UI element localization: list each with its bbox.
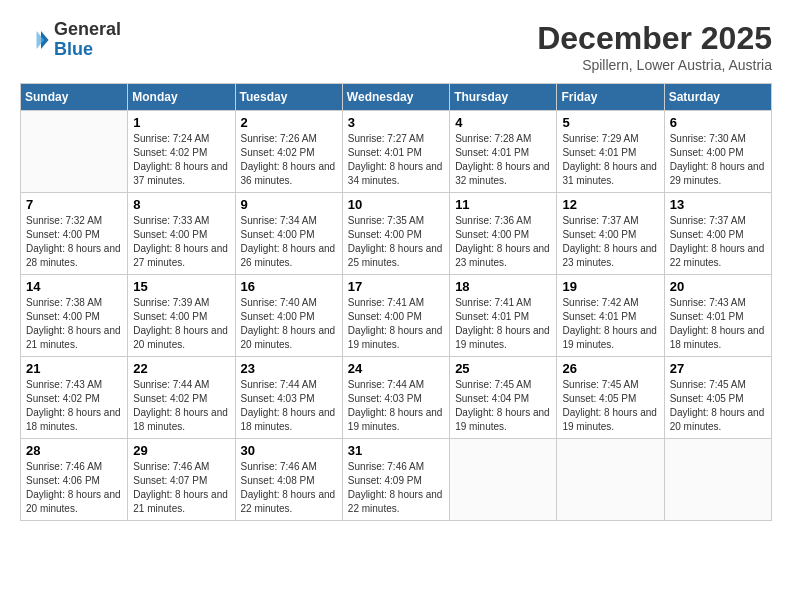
- calendar-week-row: 21Sunrise: 7:43 AMSunset: 4:02 PMDayligh…: [21, 357, 772, 439]
- title-block: December 2025 Spillern, Lower Austria, A…: [537, 20, 772, 73]
- day-info: Sunrise: 7:46 AMSunset: 4:09 PMDaylight:…: [348, 460, 444, 516]
- calendar-day-cell: 11Sunrise: 7:36 AMSunset: 4:00 PMDayligh…: [450, 193, 557, 275]
- calendar-week-row: 1Sunrise: 7:24 AMSunset: 4:02 PMDaylight…: [21, 111, 772, 193]
- day-number: 8: [133, 197, 229, 212]
- day-info: Sunrise: 7:45 AMSunset: 4:05 PMDaylight:…: [562, 378, 658, 434]
- day-info: Sunrise: 7:38 AMSunset: 4:00 PMDaylight:…: [26, 296, 122, 352]
- calendar-week-row: 14Sunrise: 7:38 AMSunset: 4:00 PMDayligh…: [21, 275, 772, 357]
- calendar-day-cell: 9Sunrise: 7:34 AMSunset: 4:00 PMDaylight…: [235, 193, 342, 275]
- calendar-week-row: 7Sunrise: 7:32 AMSunset: 4:00 PMDaylight…: [21, 193, 772, 275]
- day-info: Sunrise: 7:27 AMSunset: 4:01 PMDaylight:…: [348, 132, 444, 188]
- weekday-header-row: SundayMondayTuesdayWednesdayThursdayFrid…: [21, 84, 772, 111]
- calendar-day-cell: 31Sunrise: 7:46 AMSunset: 4:09 PMDayligh…: [342, 439, 449, 521]
- calendar-day-cell: 23Sunrise: 7:44 AMSunset: 4:03 PMDayligh…: [235, 357, 342, 439]
- calendar-day-cell: 6Sunrise: 7:30 AMSunset: 4:00 PMDaylight…: [664, 111, 771, 193]
- weekday-header: Thursday: [450, 84, 557, 111]
- day-number: 1: [133, 115, 229, 130]
- calendar-day-cell: 22Sunrise: 7:44 AMSunset: 4:02 PMDayligh…: [128, 357, 235, 439]
- day-number: 31: [348, 443, 444, 458]
- day-number: 27: [670, 361, 766, 376]
- calendar-day-cell: 27Sunrise: 7:45 AMSunset: 4:05 PMDayligh…: [664, 357, 771, 439]
- day-number: 26: [562, 361, 658, 376]
- day-number: 13: [670, 197, 766, 212]
- day-info: Sunrise: 7:45 AMSunset: 4:05 PMDaylight:…: [670, 378, 766, 434]
- day-info: Sunrise: 7:30 AMSunset: 4:00 PMDaylight:…: [670, 132, 766, 188]
- location-subtitle: Spillern, Lower Austria, Austria: [537, 57, 772, 73]
- day-number: 11: [455, 197, 551, 212]
- day-info: Sunrise: 7:45 AMSunset: 4:04 PMDaylight:…: [455, 378, 551, 434]
- calendar-day-cell: 4Sunrise: 7:28 AMSunset: 4:01 PMDaylight…: [450, 111, 557, 193]
- logo-text: General Blue: [54, 20, 121, 60]
- calendar-day-cell: 10Sunrise: 7:35 AMSunset: 4:00 PMDayligh…: [342, 193, 449, 275]
- calendar-day-cell: 7Sunrise: 7:32 AMSunset: 4:00 PMDaylight…: [21, 193, 128, 275]
- weekday-header: Wednesday: [342, 84, 449, 111]
- day-number: 7: [26, 197, 122, 212]
- day-number: 29: [133, 443, 229, 458]
- calendar-day-cell: 3Sunrise: 7:27 AMSunset: 4:01 PMDaylight…: [342, 111, 449, 193]
- calendar-day-cell: 29Sunrise: 7:46 AMSunset: 4:07 PMDayligh…: [128, 439, 235, 521]
- day-info: Sunrise: 7:44 AMSunset: 4:03 PMDaylight:…: [348, 378, 444, 434]
- day-info: Sunrise: 7:37 AMSunset: 4:00 PMDaylight:…: [562, 214, 658, 270]
- day-number: 22: [133, 361, 229, 376]
- day-number: 21: [26, 361, 122, 376]
- day-info: Sunrise: 7:41 AMSunset: 4:01 PMDaylight:…: [455, 296, 551, 352]
- day-info: Sunrise: 7:44 AMSunset: 4:03 PMDaylight:…: [241, 378, 337, 434]
- day-number: 9: [241, 197, 337, 212]
- day-info: Sunrise: 7:46 AMSunset: 4:06 PMDaylight:…: [26, 460, 122, 516]
- day-info: Sunrise: 7:46 AMSunset: 4:07 PMDaylight:…: [133, 460, 229, 516]
- logo: General Blue: [20, 20, 121, 60]
- weekday-header: Friday: [557, 84, 664, 111]
- day-number: 30: [241, 443, 337, 458]
- calendar-day-cell: 24Sunrise: 7:44 AMSunset: 4:03 PMDayligh…: [342, 357, 449, 439]
- day-info: Sunrise: 7:24 AMSunset: 4:02 PMDaylight:…: [133, 132, 229, 188]
- day-number: 5: [562, 115, 658, 130]
- day-info: Sunrise: 7:40 AMSunset: 4:00 PMDaylight:…: [241, 296, 337, 352]
- day-info: Sunrise: 7:33 AMSunset: 4:00 PMDaylight:…: [133, 214, 229, 270]
- day-number: 25: [455, 361, 551, 376]
- calendar-day-cell: 19Sunrise: 7:42 AMSunset: 4:01 PMDayligh…: [557, 275, 664, 357]
- weekday-header: Monday: [128, 84, 235, 111]
- calendar-day-cell: 2Sunrise: 7:26 AMSunset: 4:02 PMDaylight…: [235, 111, 342, 193]
- day-info: Sunrise: 7:28 AMSunset: 4:01 PMDaylight:…: [455, 132, 551, 188]
- day-number: 14: [26, 279, 122, 294]
- calendar-day-cell: 26Sunrise: 7:45 AMSunset: 4:05 PMDayligh…: [557, 357, 664, 439]
- logo-blue: Blue: [54, 40, 121, 60]
- day-info: Sunrise: 7:36 AMSunset: 4:00 PMDaylight:…: [455, 214, 551, 270]
- month-title: December 2025: [537, 20, 772, 57]
- day-number: 3: [348, 115, 444, 130]
- day-info: Sunrise: 7:41 AMSunset: 4:00 PMDaylight:…: [348, 296, 444, 352]
- calendar-table: SundayMondayTuesdayWednesdayThursdayFrid…: [20, 83, 772, 521]
- day-number: 15: [133, 279, 229, 294]
- day-number: 20: [670, 279, 766, 294]
- calendar-day-cell: 13Sunrise: 7:37 AMSunset: 4:00 PMDayligh…: [664, 193, 771, 275]
- day-info: Sunrise: 7:37 AMSunset: 4:00 PMDaylight:…: [670, 214, 766, 270]
- day-info: Sunrise: 7:34 AMSunset: 4:00 PMDaylight:…: [241, 214, 337, 270]
- day-number: 16: [241, 279, 337, 294]
- calendar-day-cell: 16Sunrise: 7:40 AMSunset: 4:00 PMDayligh…: [235, 275, 342, 357]
- calendar-day-cell: 28Sunrise: 7:46 AMSunset: 4:06 PMDayligh…: [21, 439, 128, 521]
- day-number: 18: [455, 279, 551, 294]
- day-info: Sunrise: 7:29 AMSunset: 4:01 PMDaylight:…: [562, 132, 658, 188]
- day-info: Sunrise: 7:39 AMSunset: 4:00 PMDaylight:…: [133, 296, 229, 352]
- calendar-day-cell: 14Sunrise: 7:38 AMSunset: 4:00 PMDayligh…: [21, 275, 128, 357]
- day-info: Sunrise: 7:35 AMSunset: 4:00 PMDaylight:…: [348, 214, 444, 270]
- calendar-day-cell: 8Sunrise: 7:33 AMSunset: 4:00 PMDaylight…: [128, 193, 235, 275]
- page-header: General Blue December 2025 Spillern, Low…: [20, 20, 772, 73]
- calendar-day-cell: 21Sunrise: 7:43 AMSunset: 4:02 PMDayligh…: [21, 357, 128, 439]
- day-number: 4: [455, 115, 551, 130]
- day-number: 19: [562, 279, 658, 294]
- calendar-day-cell: [557, 439, 664, 521]
- calendar-day-cell: [21, 111, 128, 193]
- day-info: Sunrise: 7:42 AMSunset: 4:01 PMDaylight:…: [562, 296, 658, 352]
- calendar-day-cell: 12Sunrise: 7:37 AMSunset: 4:00 PMDayligh…: [557, 193, 664, 275]
- day-number: 12: [562, 197, 658, 212]
- day-number: 23: [241, 361, 337, 376]
- day-number: 28: [26, 443, 122, 458]
- day-number: 6: [670, 115, 766, 130]
- day-number: 24: [348, 361, 444, 376]
- calendar-day-cell: 15Sunrise: 7:39 AMSunset: 4:00 PMDayligh…: [128, 275, 235, 357]
- calendar-day-cell: 30Sunrise: 7:46 AMSunset: 4:08 PMDayligh…: [235, 439, 342, 521]
- day-info: Sunrise: 7:46 AMSunset: 4:08 PMDaylight:…: [241, 460, 337, 516]
- day-number: 10: [348, 197, 444, 212]
- calendar-day-cell: [450, 439, 557, 521]
